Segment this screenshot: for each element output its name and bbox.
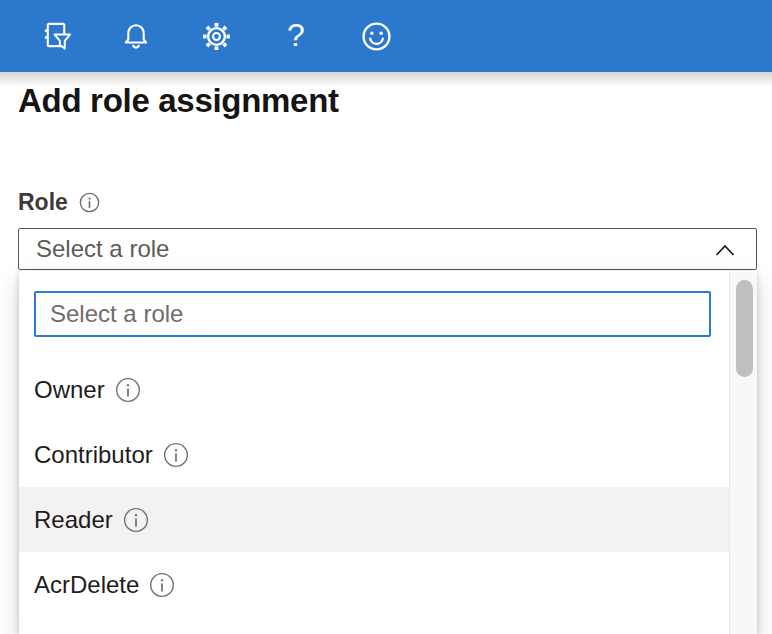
role-options-list: Owner Contributor Reader — [19, 357, 729, 617]
chevron-up-icon — [714, 235, 736, 263]
option-contributor[interactable]: Contributor — [19, 422, 729, 487]
option-owner[interactable]: Owner — [19, 357, 729, 422]
dropdown-scrollbar[interactable] — [729, 271, 757, 634]
directory-filter-button[interactable] — [16, 0, 96, 72]
role-select-value: Select a role — [36, 235, 169, 263]
info-icon[interactable] — [115, 377, 141, 403]
top-bar: ? — [0, 0, 772, 72]
feedback-button[interactable] — [336, 0, 416, 72]
role-dropdown-panel: Owner Contributor Reader — [19, 271, 757, 634]
directory-filter-icon — [41, 21, 72, 52]
option-label: Reader — [34, 506, 113, 534]
role-field-label: Role — [18, 189, 100, 216]
settings-button[interactable] — [176, 0, 256, 72]
role-label: Role — [18, 189, 68, 216]
option-label: Contributor — [34, 441, 153, 469]
help-button[interactable]: ? — [256, 0, 336, 72]
scrollbar-thumb[interactable] — [736, 280, 753, 377]
notifications-bell-icon — [122, 22, 150, 50]
option-acrdelete[interactable]: AcrDelete — [19, 552, 729, 617]
info-icon[interactable] — [149, 572, 175, 598]
settings-gear-icon — [201, 21, 232, 52]
feedback-smiley-icon — [361, 21, 392, 52]
option-label: Owner — [34, 376, 105, 404]
role-select[interactable]: Select a role — [18, 228, 757, 270]
option-label: AcrDelete — [34, 571, 139, 599]
page-title: Add role assignment — [18, 82, 339, 120]
role-search-input[interactable] — [34, 291, 711, 337]
info-icon[interactable] — [123, 507, 149, 533]
role-info-icon[interactable] — [79, 192, 100, 213]
info-icon[interactable] — [163, 442, 189, 468]
option-reader[interactable]: Reader — [19, 487, 729, 552]
notifications-button[interactable] — [96, 0, 176, 72]
help-icon: ? — [287, 19, 305, 51]
